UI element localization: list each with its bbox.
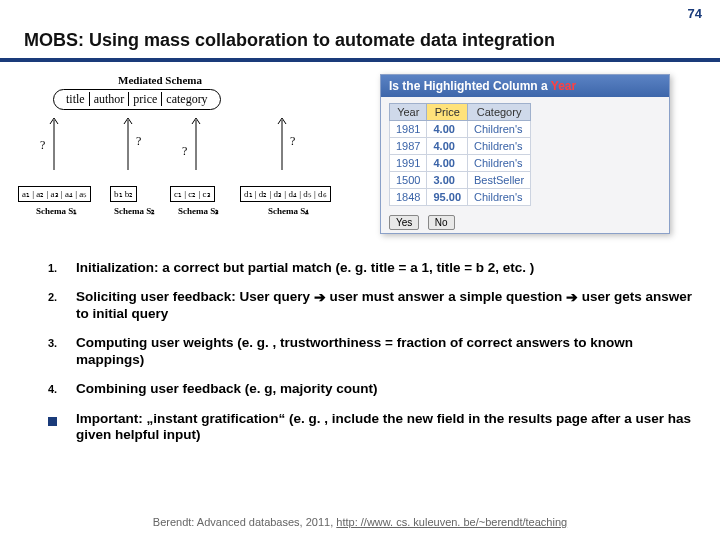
no-button[interactable]: No	[428, 215, 455, 230]
footer-prefix: Berendt: Advanced databases, 2011,	[153, 516, 336, 528]
cell: 1848	[390, 189, 427, 206]
cell: 3.00	[427, 172, 468, 189]
schema-box-2: b₁ b₂	[110, 186, 137, 202]
question-mark-icon: ?	[182, 144, 187, 159]
list-marker: 4.	[48, 381, 76, 397]
table-row: 184895.00Children's	[390, 189, 531, 206]
cell: 1987	[390, 138, 427, 155]
cell: 1500	[390, 172, 427, 189]
cell: 95.00	[427, 189, 468, 206]
schema-diagram: Mediated Schema titleauthorpricecategory…	[18, 74, 348, 244]
cell: Children's	[468, 155, 531, 172]
cell: 4.00	[427, 155, 468, 172]
text-part: Soliciting user feedback: User query	[76, 289, 314, 304]
list-item: 1. Initialization: a correct but partial…	[48, 260, 692, 276]
title-rule	[0, 58, 720, 62]
list-item: 3. Computing user weights (e. g. , trust…	[48, 335, 692, 368]
footer: Berendt: Advanced databases, 2011, http:…	[0, 516, 720, 528]
col-title: title	[62, 92, 89, 106]
footer-link[interactable]: http: //www. cs. kuleuven. be/~berendt/t…	[336, 516, 567, 528]
question-mark-icon: ?	[290, 134, 295, 149]
th-year: Year	[390, 104, 427, 121]
arrow-4: ?	[276, 114, 288, 172]
arrow-2: ?	[122, 114, 134, 172]
feedback-panel: Is the Highlighted Column a Year Year Pr…	[380, 74, 670, 234]
cell: 4.00	[427, 121, 468, 138]
list-marker-square	[48, 411, 76, 444]
square-bullet-icon	[48, 417, 57, 426]
page-number: 74	[688, 6, 702, 21]
cell: BestSeller	[468, 172, 531, 189]
panel-question-prefix: Is the Highlighted Column a	[389, 79, 551, 93]
text-part: user must answer a simple question	[326, 289, 566, 304]
list-item: 2. Soliciting user feedback: User query …	[48, 289, 692, 322]
schema-box-1: a₁ | a₂ | a₃ | a₄ | a₅	[18, 186, 91, 202]
list-text: Soliciting user feedback: User query ➔ u…	[76, 289, 692, 322]
slide-title: MOBS: Using mass collaboration to automa…	[24, 30, 555, 51]
mediated-schema-label: Mediated Schema	[118, 74, 202, 86]
cell: 1981	[390, 121, 427, 138]
panel-question-highlight: Year	[551, 79, 576, 93]
list-item: Important: „instant gratification“ (e. g…	[48, 411, 692, 444]
question-mark-icon: ?	[136, 134, 141, 149]
question-mark-icon: ?	[40, 138, 45, 153]
yes-button[interactable]: Yes	[389, 215, 419, 230]
list-text: Combining user feedback (e. g, majority …	[76, 381, 692, 397]
cell: Children's	[468, 138, 531, 155]
schema-label-4: Schema S₄	[268, 206, 309, 216]
schema-label-1: Schema S₁	[36, 206, 77, 216]
mediated-schema-box: titleauthorpricecategory	[53, 89, 221, 110]
arrow-3: ?	[190, 114, 202, 172]
schema-label-2: Schema S₂	[114, 206, 155, 216]
th-category: Category	[468, 104, 531, 121]
table-row: 19914.00Children's	[390, 155, 531, 172]
list-marker: 2.	[48, 289, 76, 322]
arrow-1: ?	[48, 114, 60, 172]
list-text: Initialization: a correct but partial ma…	[76, 260, 692, 276]
col-price: price	[128, 92, 161, 106]
cell: 1991	[390, 155, 427, 172]
cell: 4.00	[427, 138, 468, 155]
panel-table: Year Price Category 19814.00Children's 1…	[389, 103, 531, 206]
table-row: 15003.00BestSeller	[390, 172, 531, 189]
schema-box-4: d₁ | d₂ | d₃ | d₄ | d₅ | d₆	[240, 186, 331, 202]
arrow-right-icon: ➔	[314, 290, 326, 306]
cell: Children's	[468, 189, 531, 206]
steps-list: 1. Initialization: a correct but partial…	[48, 260, 692, 457]
list-text: Important: „instant gratification“ (e. g…	[76, 411, 692, 444]
list-marker: 1.	[48, 260, 76, 276]
th-price: Price	[427, 104, 468, 121]
col-author: author	[89, 92, 129, 106]
cell: Children's	[468, 121, 531, 138]
panel-question: Is the Highlighted Column a Year	[381, 75, 669, 97]
table-row: 19814.00Children's	[390, 121, 531, 138]
col-category: category	[161, 92, 211, 106]
table-row: 19874.00Children's	[390, 138, 531, 155]
schema-box-3: c₁ | c₂ | c₃	[170, 186, 215, 202]
list-marker: 3.	[48, 335, 76, 368]
schema-label-3: Schema S₃	[178, 206, 219, 216]
list-text: Computing user weights (e. g. , trustwor…	[76, 335, 692, 368]
list-item: 4. Combining user feedback (e. g, majori…	[48, 381, 692, 397]
arrow-right-icon: ➔	[566, 290, 578, 306]
